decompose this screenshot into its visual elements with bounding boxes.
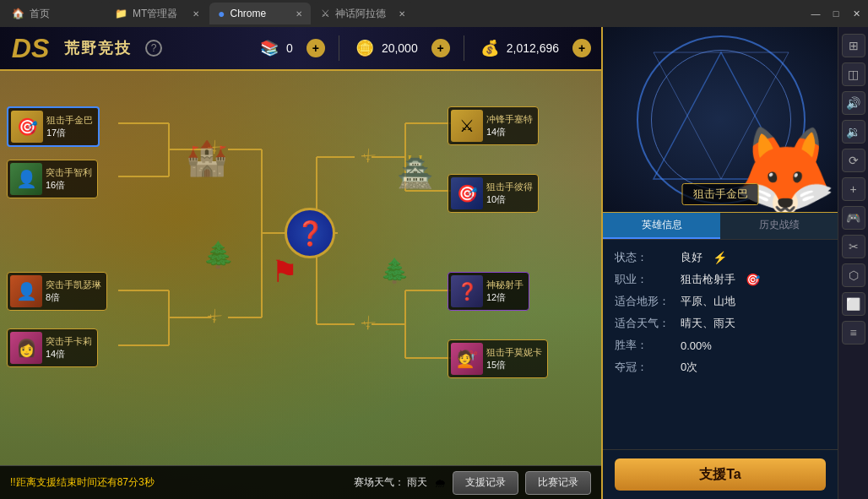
tab-chrome[interactable]: ● Chrome ✕ bbox=[209, 3, 311, 24]
stat-wins-label: 夺冠： bbox=[615, 360, 674, 375]
svg-text:⚔: ⚔ bbox=[358, 312, 379, 334]
map-panel: DS 荒野竞技 ? 📚 0 + 🪙 20 bbox=[0, 27, 601, 499]
fighter-saite[interactable]: ⚔ 冲锋手塞特 14倍 bbox=[448, 106, 539, 145]
tab-mt-close[interactable]: ✕ bbox=[193, 9, 199, 19]
fighter-kali-avatar: 👩 bbox=[10, 332, 42, 364]
fighter-jinjuba-avatar: 🎯 bbox=[11, 111, 43, 143]
tool-layout[interactable]: ◫ bbox=[842, 62, 865, 86]
fighter-monica-odds: 15倍 bbox=[486, 359, 542, 372]
svg-text:⚔: ⚔ bbox=[358, 145, 379, 166]
tool-grid[interactable]: ⊞ bbox=[842, 34, 865, 57]
stat-weather: 适合天气： 晴天、雨天 bbox=[615, 316, 826, 331]
gold-add-btn[interactable]: + bbox=[431, 39, 450, 57]
match-record-btn[interactable]: 比赛记录 bbox=[525, 471, 591, 495]
right-panel: 🦊 狙击手金巴 英雄信息 历史战绩 状态： 良好 ⚡ 职业： bbox=[601, 27, 838, 499]
tool-menu[interactable]: ≡ bbox=[842, 321, 865, 344]
tab-hero-info[interactable]: 英雄信息 bbox=[603, 213, 720, 239]
hero-showcase: 🦊 狙击手金巴 bbox=[603, 27, 838, 213]
tab-bar: 🏠 首页 📁 MT管理器 ✕ ● Chrome ✕ ⚔ 神话阿拉德 ✕ bbox=[0, 0, 868, 27]
fighter-monica[interactable]: 💇 狙击手莫妮卡 15倍 bbox=[448, 339, 548, 378]
fighter-kali[interactable]: 👩 突击手卡莉 14倍 bbox=[7, 328, 98, 367]
fighter-zhili[interactable]: 👤 突击手智利 16倍 bbox=[7, 160, 98, 198]
stat-winrate: 胜率： 0.00% bbox=[615, 338, 826, 353]
tool-game[interactable]: 🎮 bbox=[842, 206, 865, 230]
browser-chrome: 🏠 首页 📁 MT管理器 ✕ ● Chrome ✕ ⚔ 神话阿拉德 ✕ bbox=[0, 0, 868, 27]
fighter-mystery-info: 神秘射手 12倍 bbox=[486, 279, 524, 304]
res-sep-2 bbox=[464, 35, 464, 61]
fighter-kaiserlin[interactable]: 👤 突击手凯瑟琳 8倍 bbox=[7, 272, 107, 311]
stat-winrate-label: 胜率： bbox=[615, 338, 674, 353]
red-banner-container: ⚑ bbox=[271, 254, 298, 290]
weather-icon: 🌧 bbox=[434, 476, 446, 490]
castle-right: 🏯 bbox=[397, 155, 434, 190]
logo-text: DS bbox=[12, 33, 49, 64]
tool-volume-down[interactable]: 🔉 bbox=[842, 120, 865, 144]
tab-chrome-close[interactable]: ✕ bbox=[296, 9, 302, 19]
fighter-kali-odds: 14倍 bbox=[46, 348, 92, 361]
minimize-btn[interactable]: — bbox=[807, 5, 824, 22]
resource-gold: 🪙 20,000 bbox=[353, 36, 418, 60]
tab-game-close[interactable]: ✕ bbox=[399, 9, 405, 19]
center-mystery-node[interactable]: ❓ bbox=[285, 208, 335, 258]
tool-refresh[interactable]: ⟳ bbox=[842, 149, 865, 172]
fighter-biede[interactable]: 🎯 狙击手彼得 10倍 bbox=[448, 174, 539, 213]
home-favicon: 🏠 bbox=[12, 8, 24, 19]
fighter-jinjuba-info: 狙击手金巴 17倍 bbox=[46, 114, 93, 139]
castle-left: 🏰 bbox=[186, 138, 228, 178]
forest-left: 🌲 bbox=[203, 240, 234, 269]
gems-value: 2,012,696 bbox=[507, 41, 559, 55]
weather-value: 雨天 bbox=[407, 476, 427, 488]
fighter-biede-name: 狙击手彼得 bbox=[486, 181, 533, 193]
mt-favicon: 📁 bbox=[115, 8, 127, 19]
res-sep-1 bbox=[339, 35, 339, 61]
fighter-mystery[interactable]: ❓ 神秘射手 12倍 bbox=[448, 272, 529, 311]
tool-shape[interactable]: ⬡ bbox=[842, 263, 865, 287]
close-window-btn[interactable]: ✕ bbox=[848, 5, 865, 22]
game-header: DS 荒野竞技 ? 📚 0 + 🪙 20 bbox=[0, 27, 601, 71]
stat-terrain-value: 平原、山地 bbox=[681, 294, 735, 309]
help-button[interactable]: ? bbox=[145, 40, 162, 57]
fighter-mystery-odds: 12倍 bbox=[486, 291, 524, 304]
stat-status: 状态： 良好 ⚡ bbox=[615, 250, 826, 265]
stat-status-label: 状态： bbox=[615, 250, 674, 265]
stat-terrain: 适合地形： 平原、山地 bbox=[615, 294, 826, 309]
fighter-saite-info: 冲锋手塞特 14倍 bbox=[486, 113, 533, 138]
fighter-zhili-name: 突击手智利 bbox=[46, 166, 92, 179]
status-icon: ⚡ bbox=[713, 251, 727, 264]
game-main: DS 荒野竞技 ? 📚 0 + 🪙 20 bbox=[0, 27, 868, 499]
gems-add-btn[interactable]: + bbox=[572, 39, 591, 57]
fighter-kali-info: 突击手卡莉 14倍 bbox=[46, 335, 92, 361]
fighter-jinjuba[interactable]: 🎯 狙击手金巴 17倍 bbox=[7, 106, 100, 147]
tab-chrome-label: Chrome bbox=[230, 8, 266, 19]
tab-mt[interactable]: 📁 MT管理器 ✕ bbox=[106, 3, 208, 24]
support-record-btn[interactable]: 支援记录 bbox=[453, 471, 518, 495]
fighter-monica-avatar: 💇 bbox=[451, 343, 483, 375]
fighter-biede-info: 狙击手彼得 10倍 bbox=[486, 181, 533, 206]
tool-volume-up[interactable]: 🔊 bbox=[842, 91, 865, 115]
content-row: DS 荒野竞技 ? 📚 0 + 🪙 20 bbox=[0, 27, 868, 499]
gold-value: 20,000 bbox=[382, 41, 418, 55]
forest-right: 🌲 bbox=[380, 257, 410, 285]
tool-add[interactable]: + bbox=[842, 177, 865, 201]
job-icon: 🎯 bbox=[746, 273, 760, 286]
fighter-kaiserlin-info: 突击手凯瑟琳 8倍 bbox=[46, 279, 101, 304]
tool-cut[interactable]: ✂ bbox=[842, 235, 865, 258]
fighter-saite-avatar: ⚔ bbox=[451, 110, 483, 142]
maximize-btn[interactable]: □ bbox=[827, 5, 844, 22]
gold-icon: 🪙 bbox=[353, 36, 377, 60]
game-title: 荒野竞技 bbox=[64, 38, 132, 58]
tab-home[interactable]: 🏠 首页 bbox=[3, 3, 105, 24]
tool-box[interactable]: ⬜ bbox=[842, 292, 865, 316]
tab-history[interactable]: 历史战绩 bbox=[720, 213, 838, 239]
books-icon: 📚 bbox=[258, 36, 281, 60]
stat-job: 职业： 狙击枪射手 🎯 bbox=[615, 272, 826, 287]
stat-job-label: 职业： bbox=[615, 272, 674, 287]
stat-terrain-label: 适合地形： bbox=[615, 294, 674, 309]
support-button[interactable]: 支援Ta bbox=[615, 458, 826, 491]
books-add-btn[interactable]: + bbox=[307, 39, 325, 57]
fighter-zhili-info: 突击手智利 16倍 bbox=[46, 166, 92, 192]
app-container: 🏠 首页 📁 MT管理器 ✕ ● Chrome ✕ ⚔ 神话阿拉德 ✕ bbox=[0, 0, 868, 499]
fighter-kaiserlin-name: 突击手凯瑟琳 bbox=[46, 279, 101, 291]
svg-text:⚔: ⚔ bbox=[204, 137, 225, 158]
tab-game[interactable]: ⚔ 神话阿拉德 ✕ bbox=[312, 3, 414, 24]
